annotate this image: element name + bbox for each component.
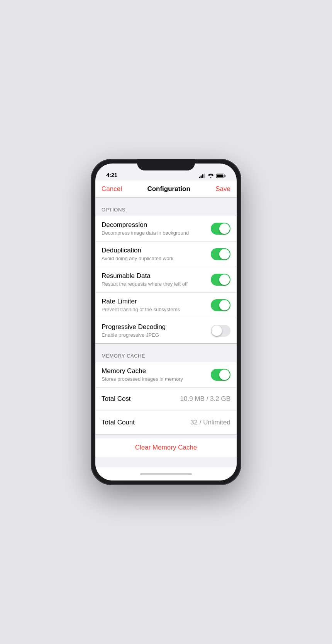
battery-icon [216, 174, 226, 178]
phone-screen: 4:21 [95, 164, 237, 480]
total-cost-row: Total Cost 10.9 MB / 3.2 GB [95, 388, 237, 411]
home-bar [140, 473, 192, 475]
rate-limiter-toggle-knob [219, 300, 230, 310]
cancel-button[interactable]: Cancel [102, 185, 122, 193]
clear-memory-cache-section: Clear Memory Cache [95, 438, 237, 457]
resumable-data-toggle[interactable] [211, 274, 230, 286]
deduplication-subtitle: Avoid doing any duplicated work [102, 256, 206, 262]
decompression-toggle-knob [219, 223, 230, 234]
clear-memory-cache-label: Clear Memory Cache [135, 444, 197, 451]
signal-icon [199, 174, 205, 178]
decompression-toggle[interactable] [211, 223, 230, 235]
memory-cache-toggle-knob [219, 370, 230, 380]
decompression-title: Decompression [102, 221, 206, 229]
notch [137, 159, 195, 170]
total-count-label: Total Count [102, 418, 135, 427]
clear-memory-cache-button[interactable]: Clear Memory Cache [95, 438, 237, 457]
total-cost-label: Total Cost [102, 395, 131, 403]
page-title: Configuration [147, 185, 190, 193]
rate-limiter-text: Rate Limiter Prevent trashing of the sub… [102, 297, 206, 313]
deduplication-title: Deduplication [102, 246, 206, 255]
deduplication-row: Deduplication Avoid doing any duplicated… [95, 242, 237, 267]
total-cost-value: 10.9 MB / 3.2 GB [180, 395, 230, 403]
scroll-content: OPTIONS Decompression Decompress image d… [95, 198, 237, 467]
memory-cache-title: Memory Cache [102, 367, 206, 375]
svg-rect-0 [199, 177, 200, 178]
progressive-decoding-title: Progressive Decoding [102, 323, 206, 331]
memory-cache-row: Memory Cache Stores processed images in … [95, 362, 237, 388]
total-count-row: Total Count 32 / Unlimited [95, 411, 237, 434]
resumable-data-subtitle: Restart the requests where they left off [102, 281, 206, 288]
progressive-decoding-text: Progressive Decoding Enable progressive … [102, 323, 206, 339]
memory-cache-toggle[interactable] [211, 369, 230, 381]
options-section: OPTIONS Decompression Decompress image d… [95, 207, 237, 344]
progressive-decoding-subtitle: Enable progressive JPEG [102, 332, 206, 339]
wifi-icon [208, 174, 214, 178]
deduplication-text: Deduplication Avoid doing any duplicated… [102, 246, 206, 262]
decompression-subtitle: Decompress image data in background [102, 230, 206, 237]
deduplication-toggle[interactable] [211, 248, 230, 260]
progressive-decoding-row: Progressive Decoding Enable progressive … [95, 318, 237, 343]
phone-frame: 4:21 [91, 159, 241, 485]
decompression-text: Decompression Decompress image data in b… [102, 221, 206, 237]
status-time: 4:21 [106, 172, 117, 178]
options-section-body: Decompression Decompress image data in b… [95, 216, 237, 344]
home-indicator [95, 467, 237, 480]
resumable-data-row: Resumable Data Restart the requests wher… [95, 267, 237, 293]
deduplication-toggle-knob [219, 249, 230, 259]
svg-rect-1 [201, 175, 202, 178]
total-count-value: 32 / Unlimited [190, 419, 230, 426]
status-icons [199, 174, 226, 178]
memory-cache-section: MEMORY CACHE Memory Cache Stores process… [95, 353, 237, 457]
rate-limiter-row: Rate Limiter Prevent trashing of the sub… [95, 293, 237, 318]
options-section-header: OPTIONS [95, 207, 237, 216]
memory-cache-subtitle: Stores processed images in memory [102, 376, 206, 383]
resumable-data-text: Resumable Data Restart the requests wher… [102, 272, 206, 288]
svg-rect-6 [217, 175, 224, 177]
memory-cache-text: Memory Cache Stores processed images in … [102, 367, 206, 383]
nav-bar: Cancel Configuration Save [95, 181, 237, 198]
resumable-data-toggle-knob [219, 274, 230, 285]
svg-rect-3 [204, 174, 205, 178]
save-button[interactable]: Save [215, 185, 230, 193]
memory-cache-section-body: Memory Cache Stores processed images in … [95, 362, 237, 434]
decompression-row: Decompression Decompress image data in b… [95, 216, 237, 242]
progressive-decoding-toggle-knob [212, 325, 222, 336]
resumable-data-title: Resumable Data [102, 272, 206, 280]
svg-rect-5 [225, 175, 225, 177]
svg-rect-2 [202, 174, 203, 178]
rate-limiter-subtitle: Prevent trashing of the subsystems [102, 307, 206, 313]
rate-limiter-title: Rate Limiter [102, 297, 206, 306]
rate-limiter-toggle[interactable] [211, 299, 230, 311]
progressive-decoding-toggle[interactable] [211, 325, 230, 337]
memory-cache-section-header: MEMORY CACHE [95, 353, 237, 362]
